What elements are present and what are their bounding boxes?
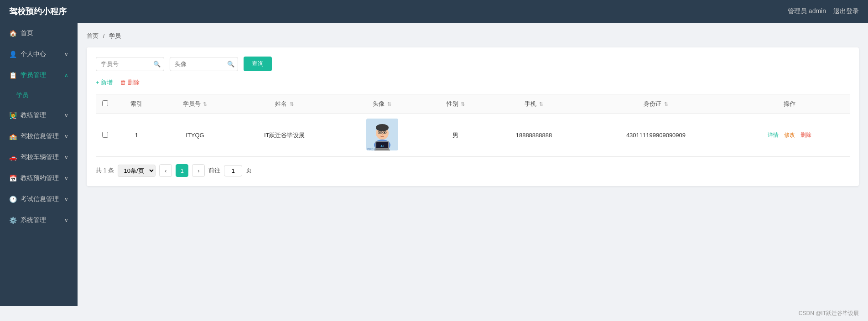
data-table: 索引 学员号 ⇅ 姓名 ⇅ 头像 ⇅	[96, 94, 850, 157]
sidebar-item-coach-mgmt[interactable]: 👨‍🏫 教练管理 ∨	[0, 105, 78, 126]
chevron-up-icon: ∧	[64, 72, 68, 78]
add-button[interactable]: + 新增	[96, 78, 113, 87]
breadcrumb: 首页 / 学员	[87, 32, 859, 40]
query-button[interactable]: 查询	[244, 57, 272, 71]
chevron-down-icon: ∨	[64, 133, 68, 140]
student-mgmt-icon: 📋	[9, 72, 17, 79]
detail-button[interactable]: 详情	[768, 132, 779, 138]
logout-button[interactable]: 退出登录	[833, 7, 859, 16]
row-student-no: ITYQG	[159, 114, 231, 157]
profile-icon: 👤	[9, 51, 17, 58]
sort-icon[interactable]: ⇅	[203, 101, 207, 107]
avatar-svg: Ai IT跃迁谷	[366, 119, 398, 150]
chevron-down-icon: ∨	[64, 154, 68, 160]
row-index: 1	[114, 114, 159, 157]
chevron-down-icon: ∨	[64, 51, 68, 57]
row-name: IT跃迁谷毕设展	[231, 114, 338, 157]
row-checkbox-cell	[96, 114, 114, 157]
page-size-select[interactable]: 10条/页 20条/页 50条/页	[118, 165, 156, 177]
footer: CSDN @IT跃迁谷毕设展	[0, 306, 868, 321]
chevron-down-icon: ∨	[64, 196, 68, 202]
table-header-row: 索引 学员号 ⇅ 姓名 ⇅ 头像 ⇅	[96, 94, 850, 114]
goto-page-input[interactable]	[224, 165, 242, 176]
edit-button[interactable]: 修改	[784, 132, 795, 138]
breadcrumb-current: 学员	[109, 32, 121, 39]
pagination: 共 1 条 10条/页 20条/页 50条/页 ‹ 1 › 前往 页	[96, 164, 850, 177]
svg-point-6	[382, 134, 383, 135]
sort-icon[interactable]: ⇅	[539, 101, 543, 107]
sys-icon: ⚙️	[9, 217, 17, 224]
row-avatar: Ai IT跃迁谷	[338, 114, 426, 157]
goto-suffix: 页	[246, 166, 252, 175]
sidebar-item-sys-mgmt[interactable]: ⚙️ 系统管理 ∨	[0, 210, 78, 231]
booking-icon: 📅	[9, 175, 17, 182]
avatar-input[interactable]	[170, 57, 238, 71]
table-header-idcard: 身份证 ⇅	[582, 94, 729, 114]
svg-point-4	[379, 132, 380, 134]
goto-prefix: 前往	[208, 166, 220, 175]
table-header-name: 姓名 ⇅	[231, 94, 338, 114]
user-area: 管理员 admin 退出登录	[788, 7, 859, 16]
table-header-student-no: 学员号 ⇅	[159, 94, 231, 114]
sidebar-item-booking-mgmt[interactable]: 📅 教练预约管理 ∨	[0, 168, 78, 189]
svg-rect-13	[374, 150, 390, 150]
content-area: 首页 / 学员 🔍 🔍 查询 + 新增 🗑 删除	[78, 23, 868, 306]
sort-icon[interactable]: ⇅	[290, 101, 294, 107]
table-header-checkbox	[96, 94, 114, 114]
chevron-down-icon: ∨	[64, 217, 68, 223]
prev-page-button[interactable]: ‹	[159, 164, 172, 177]
svg-text:IT跃迁谷: IT跃迁谷	[367, 148, 376, 150]
sidebar: 🏠 首页 👤 个人中心 ∨ 📋 学员管理 ∧ 学员 👨‍🏫 教练管理 ∨ 🏫 驾…	[0, 23, 78, 306]
main-card: 🔍 🔍 查询 + 新增 🗑 删除	[87, 47, 859, 186]
avatar-image: Ai IT跃迁谷	[366, 119, 398, 150]
table-header-phone: 手机 ⇅	[485, 94, 582, 114]
coach-icon: 👨‍🏫	[9, 112, 17, 119]
avatar-search-wrap: 🔍	[170, 57, 238, 71]
sidebar-item-car-mgmt[interactable]: 🚗 驾校车辆管理 ∨	[0, 147, 78, 168]
svg-point-3	[376, 124, 389, 131]
user-name: 管理员 admin	[788, 7, 826, 16]
home-icon: 🏠	[9, 30, 17, 37]
chevron-down-icon: ∨	[64, 112, 68, 119]
table-header-gender: 性别 ⇅	[426, 94, 485, 114]
sidebar-item-school-info[interactable]: 🏫 驾校信息管理 ∨	[0, 126, 78, 147]
next-page-button[interactable]: ›	[192, 164, 205, 177]
sidebar-sub-item-student[interactable]: 学员	[0, 86, 78, 105]
student-no-input[interactable]	[96, 57, 164, 71]
row-idcard: 430111199909090909	[582, 114, 729, 157]
row-ops: 详情 修改 删除	[729, 114, 850, 157]
sidebar-item-exam-mgmt[interactable]: 🕐 考试信息管理 ∨	[0, 189, 78, 210]
main-layout: 🏠 首页 👤 个人中心 ∨ 📋 学员管理 ∧ 学员 👨‍🏫 教练管理 ∨ 🏫 驾…	[0, 23, 868, 306]
chevron-down-icon: ∨	[64, 175, 68, 181]
student-no-search-wrap: 🔍	[96, 57, 164, 71]
row-gender: 男	[426, 114, 485, 157]
sort-icon[interactable]: ⇅	[387, 101, 391, 107]
table-row: 1 ITYQG IT跃迁谷毕设展	[96, 114, 850, 157]
action-bar: + 新增 🗑 删除	[96, 78, 850, 87]
batch-delete-button[interactable]: 🗑 删除	[120, 78, 140, 87]
sidebar-item-profile[interactable]: 👤 个人中心 ∨	[0, 44, 78, 65]
row-phone: 18888888888	[485, 114, 582, 157]
table-header-index: 索引	[114, 94, 159, 114]
top-header: 驾校预约小程序 管理员 admin 退出登录	[0, 0, 868, 23]
exam-icon: 🕐	[9, 196, 17, 203]
row-delete-button[interactable]: 删除	[800, 132, 811, 138]
sidebar-item-home[interactable]: 🏠 首页	[0, 23, 78, 44]
svg-point-5	[384, 132, 385, 134]
car-icon: 🚗	[9, 154, 17, 161]
sort-icon[interactable]: ⇅	[461, 101, 465, 107]
app-logo: 驾校预约小程序	[9, 6, 67, 17]
page-1-button[interactable]: 1	[176, 164, 188, 177]
total-count: 共 1 条	[96, 166, 114, 175]
breadcrumb-home[interactable]: 首页	[87, 32, 99, 39]
sort-icon[interactable]: ⇅	[664, 101, 668, 107]
table-header-avatar: 头像 ⇅	[338, 94, 426, 114]
select-all-checkbox[interactable]	[102, 100, 108, 106]
school-icon: 🏫	[9, 133, 17, 140]
svg-text:Ai: Ai	[380, 145, 384, 148]
table-header-ops: 操作	[729, 94, 850, 114]
sidebar-item-student-mgmt[interactable]: 📋 学员管理 ∧	[0, 65, 78, 86]
row-checkbox[interactable]	[102, 132, 108, 138]
footer-text: CSDN @IT跃迁谷毕设展	[799, 310, 859, 316]
breadcrumb-sep: /	[103, 32, 105, 39]
